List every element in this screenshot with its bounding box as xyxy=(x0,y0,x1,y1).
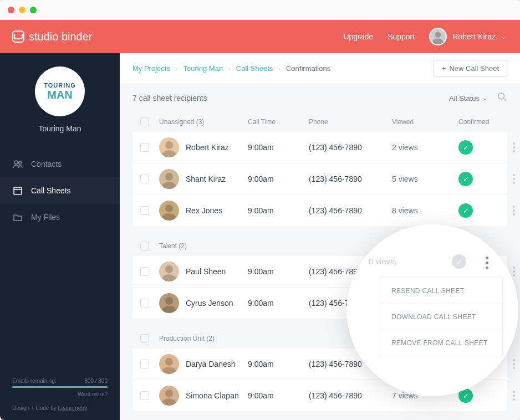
sub-header: 7 call sheet recipients All Status ⌄ xyxy=(120,84,520,112)
recipients-count: 7 call sheet recipients xyxy=(132,94,207,103)
emails-label: Emails remaining: xyxy=(12,378,56,384)
svg-point-6 xyxy=(498,93,504,99)
chevron-right-icon: › xyxy=(278,65,281,72)
group-checkbox[interactable] xyxy=(140,242,149,250)
svg-point-14 xyxy=(165,204,173,212)
context-menu: RESEND CALL SHEET DOWNLOAD CALL SHEET RE… xyxy=(380,278,503,356)
group-checkbox[interactable] xyxy=(140,117,149,126)
table-row[interactable]: Rex Jones 9:00am (123) 456-7890 8 views … xyxy=(132,195,507,226)
window-titlebar xyxy=(0,0,520,20)
project-logo: TOURING MAN xyxy=(35,66,85,116)
recipient-name: Simona Clapan xyxy=(186,391,239,400)
recipient-avatar xyxy=(159,201,179,221)
logo[interactable]: studio binder xyxy=(12,30,93,43)
status-filter-label: All Status xyxy=(449,94,480,103)
sidebar-item-myfiles[interactable]: My Files xyxy=(0,204,120,231)
status-filter[interactable]: All Status ⌄ xyxy=(449,94,487,103)
group-checkbox[interactable] xyxy=(140,334,149,343)
popup-views-0: 0 views xyxy=(369,257,396,266)
menu-remove[interactable]: REMOVE FROM CALL SHEET xyxy=(380,330,502,356)
crumb-project[interactable]: Touring Man xyxy=(183,64,223,73)
svg-point-3 xyxy=(14,161,18,164)
row-checkbox[interactable] xyxy=(140,206,149,215)
recipient-name: Cyrus Jenson xyxy=(186,299,233,308)
sidebar-item-callsheets[interactable]: Call Sheets xyxy=(0,177,120,204)
row-checkbox[interactable] xyxy=(140,391,149,400)
svg-point-17 xyxy=(165,265,173,273)
svg-point-23 xyxy=(165,358,173,366)
crumb-projects[interactable]: My Projects xyxy=(132,64,170,73)
phone: (123) 456-7890 xyxy=(309,391,392,400)
chevron-right-icon: › xyxy=(228,65,231,72)
callsheets-icon xyxy=(12,185,23,196)
user-menu[interactable]: Robert Kiraz ⌄ xyxy=(429,28,506,45)
viewed-count: 2 views xyxy=(392,143,458,152)
app-header: studio binder Upgrade Support Robert Kir… xyxy=(0,20,520,53)
col-viewed: Viewed xyxy=(392,118,458,126)
row-checkbox[interactable] xyxy=(140,143,149,152)
new-callsheet-button[interactable]: + New Call Sheet xyxy=(434,60,507,77)
contacts-icon xyxy=(12,158,23,170)
confirmed-badge: ✓ xyxy=(458,172,508,186)
plus-icon: + xyxy=(442,64,446,73)
sidebar-item-contacts[interactable]: Contacts xyxy=(0,151,120,177)
viewed-count: 5 views xyxy=(392,175,458,183)
credit: Design + Code by Leanometry xyxy=(12,405,108,411)
more-dots-icon[interactable] xyxy=(486,257,488,269)
row-more-icon[interactable] xyxy=(508,359,519,369)
minimize-dot[interactable] xyxy=(19,7,26,13)
name-cell: Simona Clapan xyxy=(159,386,248,406)
recipient-avatar xyxy=(159,386,179,406)
maximize-dot[interactable] xyxy=(30,7,37,13)
menu-resend[interactable]: RESEND CALL SHEET xyxy=(380,278,502,304)
phone: (123) 456-7890 xyxy=(309,175,392,183)
svg-point-4 xyxy=(19,162,22,165)
svg-rect-5 xyxy=(14,187,22,194)
call-time: 9:00am xyxy=(248,391,309,400)
recipient-name: Robert Kiraz xyxy=(186,143,229,152)
phone: (123) 456-7890 xyxy=(309,143,392,152)
table-row[interactable]: Shant Kiraz 9:00am (123) 456-7890 5 view… xyxy=(132,163,507,195)
table-row[interactable]: Robert Kiraz 9:00am (123) 456-7890 2 vie… xyxy=(132,132,507,163)
confirmed-badge: ✓ xyxy=(458,388,508,403)
search-icon[interactable] xyxy=(497,92,507,104)
row-checkbox[interactable] xyxy=(140,299,149,308)
crumb-callsheets[interactable]: Call Sheets xyxy=(236,64,273,73)
row-checkbox[interactable] xyxy=(140,175,149,183)
project-logo-line2: MAN xyxy=(47,89,73,101)
recipient-name: Shant Kiraz xyxy=(186,175,226,183)
recipient-avatar xyxy=(159,169,179,189)
row-more-icon[interactable] xyxy=(508,174,519,184)
project-name: Touring Man xyxy=(38,124,81,133)
name-cell: Rex Jones xyxy=(159,201,248,221)
row-more-icon[interactable] xyxy=(508,142,519,152)
call-time: 9:00am xyxy=(248,360,309,368)
recipient-avatar xyxy=(159,137,179,157)
row-checkbox[interactable] xyxy=(140,267,149,276)
group-title: Production Unit (2) xyxy=(159,335,248,342)
folder-icon xyxy=(12,212,23,223)
recipient-avatar xyxy=(159,262,179,281)
credit-link[interactable]: Leanometry xyxy=(58,405,88,411)
name-cell: Shant Kiraz xyxy=(159,169,248,189)
menu-download[interactable]: DOWNLOAD CALL SHEET xyxy=(380,304,502,330)
row-more-icon[interactable] xyxy=(508,206,519,216)
call-time: 9:00am xyxy=(248,175,309,183)
upgrade-link[interactable]: Upgrade xyxy=(343,32,373,41)
emails-value: 800 / 800 xyxy=(84,378,108,384)
svg-point-8 xyxy=(165,141,173,149)
want-more-link[interactable]: Want more? xyxy=(12,391,108,397)
row-checkbox[interactable] xyxy=(140,360,149,368)
support-link[interactable]: Support xyxy=(388,32,415,41)
new-callsheet-label: New Call Sheet xyxy=(449,64,499,73)
credit-prefix: Design + Code by xyxy=(12,405,58,411)
recipient-name: Paul Sheen xyxy=(186,267,226,276)
svg-point-1 xyxy=(435,32,441,38)
close-dot[interactable] xyxy=(8,7,14,13)
call-time: 9:00am xyxy=(248,299,309,308)
chevron-down-icon: ⌄ xyxy=(501,34,506,40)
row-more-icon[interactable] xyxy=(508,391,519,401)
name-cell: Darya Danesh xyxy=(159,354,248,374)
chevron-right-icon: › xyxy=(176,65,178,72)
project-block[interactable]: TOURING MAN Touring Man xyxy=(0,53,120,144)
